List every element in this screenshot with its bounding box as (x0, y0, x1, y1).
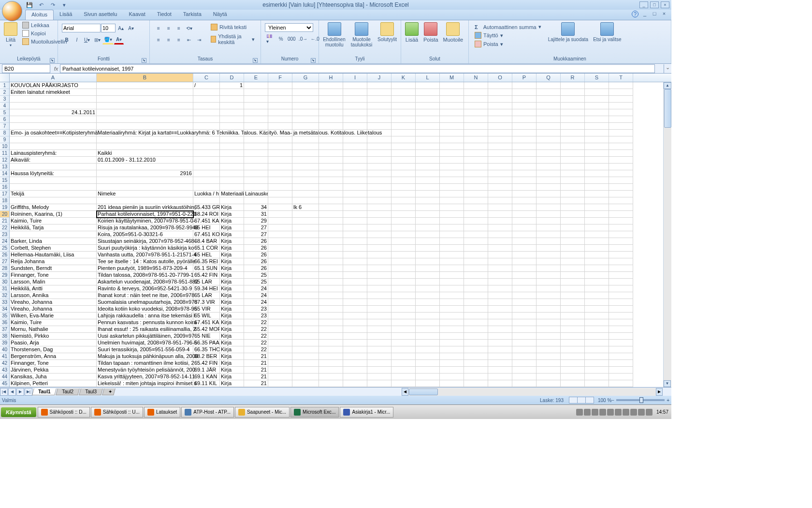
cell[interactable] (319, 130, 343, 136)
cell[interactable] (367, 245, 392, 252)
cell[interactable] (319, 164, 343, 170)
cell[interactable] (609, 150, 633, 157)
cell[interactable] (319, 89, 343, 96)
cell[interactable]: Tee se itselle : 14 : Katos autolle, pyö… (97, 258, 193, 265)
cell[interactable] (561, 258, 585, 265)
name-box[interactable] (2, 64, 50, 73)
cell[interactable]: Kirja (220, 258, 244, 265)
cell[interactable]: Kirja (220, 319, 244, 326)
cell[interactable] (268, 374, 292, 380)
cell[interactable] (292, 211, 319, 218)
tray-icon[interactable] (599, 409, 606, 416)
cell[interactable]: 21 (244, 374, 268, 380)
cell[interactable] (367, 346, 392, 353)
cell[interactable] (488, 238, 512, 245)
cell[interactable] (488, 109, 512, 116)
cell[interactable] (343, 231, 367, 238)
cell[interactable] (609, 258, 633, 265)
cell[interactable] (392, 258, 416, 265)
select-all-corner[interactable] (0, 74, 10, 82)
cell[interactable] (367, 231, 392, 238)
cell[interactable] (343, 184, 367, 191)
row-header[interactable]: 26 (0, 252, 10, 258)
column-header[interactable]: O (488, 74, 512, 82)
cell[interactable] (536, 109, 561, 116)
cell[interactable]: Kirja (220, 265, 244, 272)
top-align-button[interactable]: ≡ (154, 23, 163, 33)
find-select-button[interactable]: Etsi ja valitse (591, 21, 623, 43)
cell[interactable] (561, 265, 585, 272)
cell[interactable] (512, 285, 536, 292)
cell[interactable] (416, 96, 440, 103)
cell[interactable] (536, 224, 561, 231)
cell[interactable] (292, 367, 319, 374)
cell[interactable] (268, 346, 292, 353)
cell[interactable]: Kirja (220, 238, 244, 245)
tray-icon[interactable] (615, 409, 622, 416)
cell[interactable] (464, 374, 488, 380)
cell[interactable]: Kaimio, Tuire (10, 319, 97, 326)
cell[interactable]: Kaimio, Tuire (10, 218, 97, 224)
grow-font-button[interactable]: A▴ (116, 23, 126, 33)
cell[interactable] (319, 191, 343, 197)
cell[interactable] (536, 272, 561, 279)
cell[interactable] (609, 109, 633, 116)
cell[interactable] (268, 96, 292, 103)
cell[interactable] (512, 89, 536, 96)
cell[interactable] (585, 191, 609, 197)
bold-button[interactable]: B (62, 35, 72, 45)
cell[interactable] (416, 340, 440, 346)
increase-decimal-button[interactable]: .0→ (297, 34, 309, 44)
cell[interactable]: 67.451 KO (193, 231, 220, 238)
cell[interactable] (585, 177, 609, 184)
cell[interactable] (561, 272, 585, 279)
cell[interactable] (585, 157, 609, 164)
cell[interactable] (193, 103, 220, 109)
cell[interactable] (319, 103, 343, 109)
cell[interactable] (561, 157, 585, 164)
row-header[interactable]: 1 (0, 82, 10, 89)
row-header[interactable]: 10 (0, 143, 10, 150)
cell[interactable] (392, 109, 416, 116)
cell[interactable] (440, 177, 464, 184)
cell[interactable]: Ihanat korut : näin teet ne itse, 2006≡9… (97, 292, 193, 299)
cell[interactable] (512, 265, 536, 272)
cell[interactable] (609, 211, 633, 218)
tab-aloitus[interactable]: Aloitus (25, 10, 54, 20)
cell[interactable] (561, 211, 585, 218)
task-item[interactable]: Saapuneet - Mic... (235, 407, 290, 418)
cell[interactable]: Nimeke (97, 191, 193, 197)
cell[interactable]: Kirja (220, 380, 244, 387)
cell[interactable]: Roininen, Kaarina, (1) (10, 211, 97, 218)
cell[interactable]: 22 (244, 346, 268, 353)
cell[interactable] (585, 136, 609, 143)
cell[interactable] (319, 245, 343, 252)
cell[interactable] (609, 299, 633, 306)
cell[interactable] (220, 89, 244, 96)
cell[interactable] (319, 96, 343, 103)
cell[interactable] (440, 258, 464, 265)
cell[interactable] (392, 130, 416, 136)
cell[interactable] (367, 367, 392, 374)
cell[interactable] (193, 109, 220, 116)
cell[interactable] (416, 109, 440, 116)
clear-button[interactable]: Poista▾ (473, 40, 543, 48)
cell[interactable] (367, 353, 392, 360)
cell[interactable] (585, 116, 609, 123)
cell[interactable] (367, 103, 392, 109)
cell[interactable] (585, 272, 609, 279)
cell[interactable]: 21 (244, 353, 268, 360)
cell[interactable] (561, 360, 585, 367)
cell[interactable] (536, 130, 561, 136)
cell[interactable] (292, 130, 319, 136)
cell[interactable] (193, 130, 220, 136)
cell[interactable] (343, 130, 367, 136)
cell[interactable] (464, 319, 488, 326)
cell[interactable] (585, 279, 609, 285)
cell[interactable] (244, 197, 268, 204)
row-header[interactable]: 2 (0, 89, 10, 96)
cell[interactable]: 22 (244, 340, 268, 346)
row-header[interactable]: 28 (0, 265, 10, 272)
cell[interactable]: 65 HEI (193, 224, 220, 231)
cell[interactable]: Tekijä (10, 191, 97, 197)
